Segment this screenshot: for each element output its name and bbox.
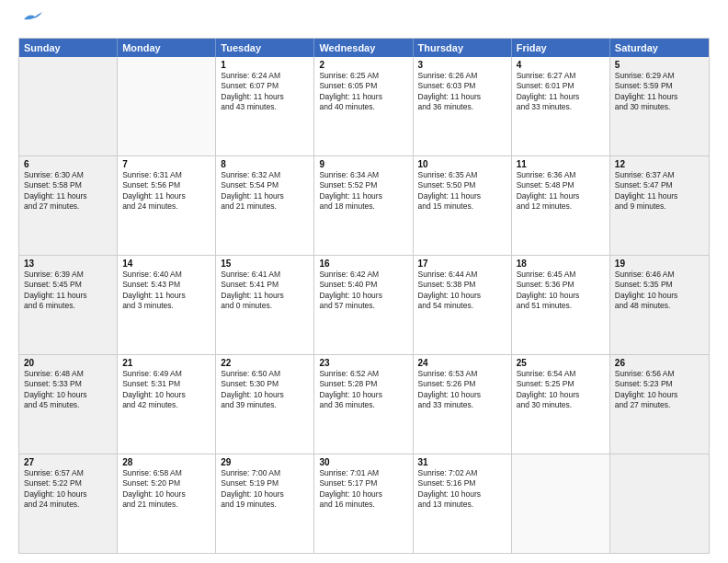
cell-info-line: Daylight: 10 hours [615,291,704,301]
header-cell-thursday: Thursday [414,39,512,57]
cal-cell: 9Sunrise: 6:34 AMSunset: 5:52 PMDaylight… [314,156,413,255]
cal-cell: 28Sunrise: 6:58 AMSunset: 5:20 PMDayligh… [118,454,216,553]
header-cell-friday: Friday [512,39,610,57]
cell-info-line: and 24 minutes. [122,201,210,212]
cell-info-line: Daylight: 11 hours [615,191,704,201]
cal-cell: 30Sunrise: 7:01 AMSunset: 5:17 PMDayligh… [314,454,413,553]
cell-info-line: Sunrise: 6:25 AM [319,71,407,81]
cell-info-line: and 40 minutes. [319,102,407,112]
day-number: 4 [517,60,605,70]
cell-info-line: Daylight: 11 hours [615,92,704,102]
cell-info-line: Sunset: 5:52 PM [319,180,407,190]
cal-cell: 23Sunrise: 6:52 AMSunset: 5:28 PMDayligh… [314,355,413,454]
cell-info-line: Daylight: 11 hours [221,291,309,301]
day-number: 5 [615,60,704,70]
cell-info-line: Daylight: 11 hours [319,92,407,102]
cell-info-line: Daylight: 10 hours [319,390,407,400]
cell-info-line: Sunrise: 6:45 AM [517,270,605,280]
cell-info-line: Sunset: 5:22 PM [24,478,112,488]
cal-cell: 11Sunrise: 6:36 AMSunset: 5:48 PMDayligh… [512,156,610,255]
cell-info-line: Sunrise: 6:26 AM [418,71,506,81]
cell-info-line: Daylight: 11 hours [517,191,605,201]
cell-info-line: Daylight: 10 hours [418,291,506,301]
cal-cell [610,454,709,553]
cal-cell: 6Sunrise: 6:30 AMSunset: 5:58 PMDaylight… [19,156,118,255]
day-number: 6 [24,159,112,169]
cell-info-line: Sunrise: 6:32 AM [221,170,309,180]
cell-info-line: Sunrise: 6:54 AM [517,369,605,379]
cal-cell: 29Sunrise: 7:00 AMSunset: 5:19 PMDayligh… [216,454,314,553]
cell-info-line: and 45 minutes. [24,400,112,410]
day-number: 24 [418,358,506,368]
cell-info-line: Daylight: 10 hours [418,489,506,500]
day-number: 28 [122,457,210,467]
cell-info-line: Sunset: 5:17 PM [319,478,407,488]
cell-info-line: and 12 minutes. [517,201,605,212]
cal-cell [118,57,216,155]
cell-info-line: Daylight: 11 hours [24,191,112,201]
logo [18,14,42,30]
day-number: 20 [24,358,112,368]
cal-cell: 3Sunrise: 6:26 AMSunset: 6:03 PMDaylight… [414,57,512,155]
cal-cell: 22Sunrise: 6:50 AMSunset: 5:30 PMDayligh… [216,355,314,454]
calendar-row-1: 6Sunrise: 6:30 AMSunset: 5:58 PMDaylight… [19,156,709,256]
cell-info-line: Sunrise: 6:58 AM [122,468,210,478]
cell-info-line: and 51 minutes. [517,301,605,311]
cell-info-line: and 21 minutes. [122,500,210,510]
cal-cell: 31Sunrise: 7:02 AMSunset: 5:16 PMDayligh… [414,454,512,553]
day-number: 23 [319,358,407,368]
cell-info-line: Sunrise: 6:30 AM [24,170,112,180]
day-number: 10 [418,159,506,169]
header-cell-monday: Monday [118,39,216,57]
cell-info-line: Sunset: 5:47 PM [615,180,704,190]
calendar-row-2: 13Sunrise: 6:39 AMSunset: 5:45 PMDayligh… [19,256,709,355]
header-cell-tuesday: Tuesday [216,39,314,57]
cell-info-line: Sunrise: 6:53 AM [418,369,506,379]
cell-info-line: Sunset: 5:35 PM [615,280,704,290]
cell-info-line: Sunrise: 6:29 AM [615,71,704,81]
cal-cell: 4Sunrise: 6:27 AMSunset: 6:01 PMDaylight… [512,57,610,155]
cal-cell: 2Sunrise: 6:25 AMSunset: 6:05 PMDaylight… [314,57,413,155]
cell-info-line: and 3 minutes. [122,301,210,311]
day-number: 21 [122,358,210,368]
cell-info-line: Sunset: 5:26 PM [418,379,506,389]
cell-info-line: Daylight: 10 hours [418,390,506,400]
cell-info-line: Sunrise: 6:24 AM [221,71,309,81]
cell-info-line: Daylight: 10 hours [221,489,309,500]
cell-info-line: Daylight: 10 hours [122,390,210,400]
cell-info-line: Sunrise: 6:42 AM [319,270,407,280]
cell-info-line: and 27 minutes. [615,400,704,410]
cell-info-line: Sunset: 5:40 PM [319,280,407,290]
day-number: 7 [122,159,210,169]
cell-info-line: Daylight: 11 hours [418,191,506,201]
cell-info-line: Daylight: 10 hours [319,291,407,301]
day-number: 1 [221,60,309,70]
cal-cell: 12Sunrise: 6:37 AMSunset: 5:47 PMDayligh… [610,156,709,255]
cell-info-line: Sunset: 5:50 PM [418,180,506,190]
cell-info-line: Daylight: 10 hours [221,390,309,400]
day-number: 12 [615,159,704,169]
cal-cell: 1Sunrise: 6:24 AMSunset: 6:07 PMDaylight… [216,57,314,155]
cell-info-line: and 36 minutes. [418,102,506,112]
header-cell-wednesday: Wednesday [314,39,413,57]
header-cell-saturday: Saturday [610,39,709,57]
cell-info-line: and 19 minutes. [221,500,309,510]
day-number: 15 [221,259,309,269]
day-number: 27 [24,457,112,467]
cell-info-line: and 15 minutes. [418,201,506,212]
calendar-header: SundayMondayTuesdayWednesdayThursdayFrid… [19,39,709,57]
day-number: 19 [615,259,704,269]
cell-info-line: Sunrise: 6:35 AM [418,170,506,180]
cell-info-line: Daylight: 11 hours [24,291,112,301]
cell-info-line: Daylight: 10 hours [517,390,605,400]
cell-info-line: and 27 minutes. [24,201,112,212]
cell-info-line: Sunrise: 7:02 AM [418,468,506,478]
cal-cell: 8Sunrise: 6:32 AMSunset: 5:54 PMDaylight… [216,156,314,255]
cell-info-line: Daylight: 11 hours [122,191,210,201]
cell-info-line: Sunset: 6:05 PM [319,81,407,91]
cell-info-line: Sunrise: 6:57 AM [24,468,112,478]
day-number: 30 [319,457,407,467]
day-number: 8 [221,159,309,169]
cell-info-line: and 36 minutes. [319,400,407,410]
cell-info-line: Sunset: 6:01 PM [517,81,605,91]
